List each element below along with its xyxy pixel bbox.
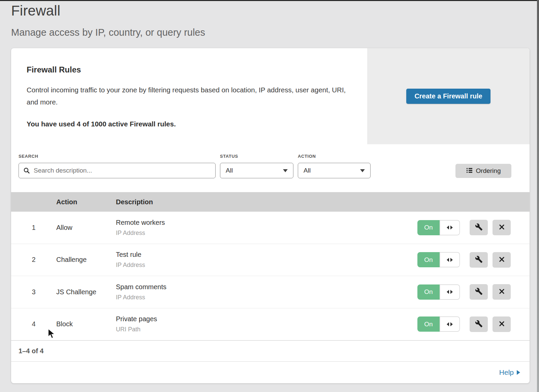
toggle-on-label: On bbox=[417, 284, 440, 300]
rule-priority: 4 bbox=[11, 320, 56, 328]
edit-rule-button[interactable] bbox=[470, 220, 488, 235]
x-icon bbox=[498, 256, 505, 264]
edit-rule-button[interactable] bbox=[470, 284, 488, 300]
rule-status-toggle[interactable]: On bbox=[417, 252, 460, 267]
hero-description: Control incoming traffic to your zone by… bbox=[27, 84, 348, 108]
table-row: 1 Allow Remote workers IP Address On bbox=[11, 212, 530, 244]
action-select[interactable]: All bbox=[298, 163, 371, 178]
rule-priority: 3 bbox=[11, 288, 56, 296]
arrow-right-icon bbox=[450, 258, 453, 262]
wrench-icon bbox=[475, 320, 483, 329]
wrench-icon bbox=[475, 255, 483, 264]
row-controls: On bbox=[417, 244, 511, 276]
delete-rule-button[interactable] bbox=[493, 284, 511, 300]
filters-bar: SEARCH STATUS All ACTION All bbox=[11, 144, 530, 192]
description-column-header: Description bbox=[116, 198, 530, 206]
search-label: SEARCH bbox=[19, 154, 38, 159]
action-label: ACTION bbox=[298, 154, 316, 159]
page-title: Firewall bbox=[11, 3, 60, 19]
edit-rule-button[interactable] bbox=[470, 252, 488, 268]
rule-action: Challenge bbox=[56, 256, 116, 264]
create-firewall-rule-button[interactable]: Create a Firewall rule bbox=[406, 89, 490, 104]
toggle-knob[interactable] bbox=[440, 220, 460, 235]
arrow-right-icon bbox=[450, 322, 453, 326]
table-header: Action Description bbox=[11, 192, 530, 212]
rule-action: Block bbox=[56, 320, 116, 328]
table-row: 3 JS Challenge Spam comments IP Address … bbox=[11, 276, 530, 308]
ordering-button[interactable]: Ordering bbox=[455, 164, 511, 178]
help-row: Help bbox=[11, 361, 530, 383]
arrow-left-icon bbox=[447, 290, 449, 294]
row-controls: On bbox=[417, 212, 511, 244]
ordering-list-icon bbox=[466, 167, 473, 175]
window-right-edge bbox=[537, 0, 539, 392]
firewall-rules-card: Create a Firewall rule Firewall Rules Co… bbox=[11, 48, 530, 383]
status-select[interactable]: All bbox=[220, 163, 293, 178]
x-icon bbox=[498, 320, 505, 328]
chevron-down-icon bbox=[360, 169, 365, 172]
delete-rule-button[interactable] bbox=[493, 252, 511, 268]
arrow-left-icon bbox=[447, 225, 449, 230]
ordering-button-label: Ordering bbox=[476, 167, 501, 175]
action-column-header: Action bbox=[56, 198, 116, 206]
rule-status-toggle[interactable]: On bbox=[417, 284, 460, 300]
hero-action-panel: Create a Firewall rule bbox=[367, 48, 530, 144]
page-subtitle: Manage access by IP, country, or query r… bbox=[11, 27, 205, 38]
status-select-value: All bbox=[226, 167, 233, 174]
arrow-right-icon bbox=[450, 290, 453, 294]
table-row: 4 Block Private pages URI Path On bbox=[11, 308, 530, 341]
edit-rule-button[interactable] bbox=[470, 316, 488, 332]
arrow-right-icon bbox=[517, 370, 520, 375]
rule-status-toggle[interactable]: On bbox=[417, 316, 460, 332]
row-controls: On bbox=[417, 276, 511, 308]
row-controls: On bbox=[417, 308, 511, 340]
window-top-edge bbox=[0, 0, 539, 1]
search-icon bbox=[23, 167, 31, 176]
action-select-value: All bbox=[304, 167, 311, 174]
arrow-left-icon bbox=[447, 322, 449, 326]
toggle-knob[interactable] bbox=[440, 284, 460, 300]
rule-action: Allow bbox=[56, 224, 116, 232]
pagination-row: 1–4 of 4 bbox=[11, 340, 530, 361]
x-icon bbox=[498, 223, 505, 232]
arrow-right-icon bbox=[450, 225, 453, 230]
toggle-on-label: On bbox=[417, 252, 440, 267]
pagination-text: 1–4 of 4 bbox=[11, 347, 43, 355]
help-link-label: Help bbox=[499, 368, 514, 376]
delete-rule-button[interactable] bbox=[493, 316, 511, 332]
x-icon bbox=[498, 288, 505, 296]
help-link[interactable]: Help bbox=[499, 368, 530, 376]
toggle-knob[interactable] bbox=[440, 252, 460, 267]
search-input[interactable] bbox=[19, 163, 216, 178]
search-field-wrap bbox=[19, 163, 216, 178]
rule-priority: 1 bbox=[11, 224, 56, 232]
chevron-down-icon bbox=[283, 169, 288, 172]
delete-rule-button[interactable] bbox=[493, 220, 511, 235]
rule-status-toggle[interactable]: On bbox=[417, 220, 460, 235]
toggle-on-label: On bbox=[417, 220, 440, 235]
wrench-icon bbox=[475, 223, 483, 232]
hero-section: Create a Firewall rule Firewall Rules Co… bbox=[11, 48, 530, 144]
toggle-knob[interactable] bbox=[440, 316, 460, 332]
status-label: STATUS bbox=[220, 154, 238, 159]
arrow-left-icon bbox=[447, 258, 449, 262]
wrench-icon bbox=[475, 288, 483, 296]
toggle-on-label: On bbox=[417, 316, 440, 332]
rule-action: JS Challenge bbox=[56, 288, 116, 296]
rule-priority: 2 bbox=[11, 256, 56, 264]
table-row: 2 Challenge Test rule IP Address On bbox=[11, 244, 530, 276]
